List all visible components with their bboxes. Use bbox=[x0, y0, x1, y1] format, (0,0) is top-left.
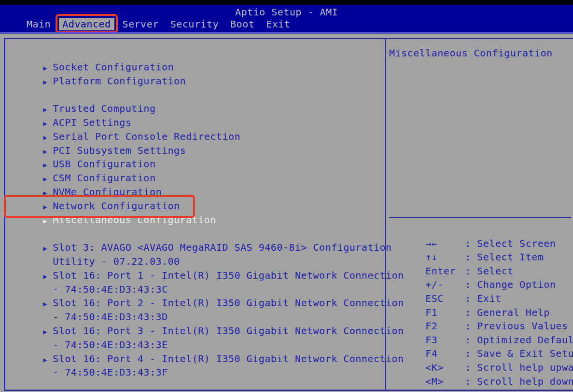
help-legend-divider bbox=[389, 217, 571, 218]
key-legend-action: : Change Option bbox=[465, 279, 556, 290]
submenu-item-row[interactable]: ▶Slot 16: Port 3 - Intel(R) I350 Gigabit… bbox=[7, 310, 381, 324]
submenu-list: ▶Socket Configuration ▶Platform Configur… bbox=[7, 46, 381, 392]
key-legend-action: : Scroll help upwards bbox=[465, 362, 573, 373]
submenu-item-row[interactable]: ▶Slot 16: Port 2 - Intel(R) I350 Gigabit… bbox=[7, 283, 381, 297]
key-legend-action: : Select Item bbox=[465, 251, 544, 263]
submenu-item-row[interactable]: ▶ACPI Settings bbox=[7, 102, 381, 116]
menu-tab-label: Security bbox=[170, 18, 219, 30]
submenu-item-row[interactable]: ▶USB Configuration bbox=[7, 144, 381, 158]
key-legend-row: →←: Select Screen bbox=[389, 223, 573, 237]
submenu-item-row[interactable]: ▶- 74:50:4E:D3:43:3C bbox=[7, 269, 381, 283]
submenu-item-row[interactable]: ▶NVMe Configuration bbox=[7, 171, 381, 185]
key-legend-action: : Scroll help downwards bbox=[465, 376, 573, 387]
key-legend-action: : Select Screen bbox=[465, 238, 556, 249]
submenu-item-row[interactable]: ▶CSM Configuration bbox=[7, 157, 381, 171]
header-accent-line bbox=[0, 32, 573, 34]
submenu-item-row[interactable]: ▶Socket Configuration bbox=[7, 46, 381, 60]
key-legend-key: ↑↓ bbox=[425, 250, 465, 264]
submenu-item-row[interactable]: ▶Driver Health bbox=[7, 379, 381, 392]
key-legend-key: Enter bbox=[425, 264, 465, 278]
key-legend-action: : Previous Values bbox=[465, 320, 568, 332]
menu-tab[interactable]: Advanced bbox=[59, 18, 114, 30]
submenu-item-row: ▶ bbox=[7, 74, 381, 88]
top-black-strip bbox=[0, 0, 573, 5]
submenu-item-row[interactable]: ▶Slot 3: AVAGO <AVAGO MegaRAID SAS 9460-… bbox=[7, 227, 381, 241]
key-legend-key: →← bbox=[425, 237, 465, 251]
submenu-item-row[interactable]: ▶- 74:50:4E:D3:43:3F bbox=[7, 352, 381, 366]
menu-tab-label: Main bbox=[27, 18, 51, 30]
key-legend-key: F1 bbox=[425, 306, 465, 320]
submenu-item-row[interactable]: ▶Utility - 07.22.03.00 bbox=[7, 241, 381, 255]
key-legend-key: <M> bbox=[425, 375, 465, 389]
key-legend-action: : Optimized Defaults bbox=[465, 334, 573, 346]
menu-tab-label: Exit bbox=[266, 18, 290, 30]
menu-bar: Main Advanced Server Security Boot Exit bbox=[23, 18, 293, 30]
key-legend-key: +/- bbox=[425, 278, 465, 292]
submenu-item-row[interactable]: ▶Platform Configuration bbox=[7, 60, 381, 74]
bios-setup-screen: Aptio Setup - AMI Main Advanced Server S… bbox=[0, 0, 573, 392]
menu-tab-label: Server bbox=[123, 18, 159, 30]
key-legend-key: <K> bbox=[425, 361, 465, 375]
key-legend-key: ESC bbox=[425, 292, 465, 306]
submenu-item-row: ▶ bbox=[7, 213, 381, 227]
key-legend-key: F3 bbox=[425, 333, 465, 347]
key-legend-action: : General Help bbox=[465, 307, 550, 318]
menu-tab[interactable]: Exit bbox=[263, 18, 293, 30]
panel-border-top bbox=[4, 38, 573, 39]
submenu-item-row[interactable]: ▶Slot 16: Port 1 - Intel(R) I350 Gigabit… bbox=[7, 255, 381, 269]
key-legend-key: F4 bbox=[425, 347, 465, 361]
menu-tab[interactable]: Server bbox=[119, 18, 162, 30]
submenu-item-row[interactable]: ▶Serial Port Console Redirection bbox=[7, 116, 381, 130]
submenu-item-row[interactable]: ▶- 74:50:4E:D3:43:3E bbox=[7, 324, 381, 338]
item-help-text: Miscellaneous Configuration bbox=[389, 46, 569, 60]
header-bar: Aptio Setup - AMI Main Advanced Server S… bbox=[0, 5, 573, 32]
submenu-item-row[interactable]: ▶PCI Subsystem Settings bbox=[7, 130, 381, 144]
submenu-item-row[interactable]: ▶- 74:50:4E:D3:43:3D bbox=[7, 296, 381, 310]
menu-tab[interactable]: Main bbox=[23, 18, 54, 30]
key-legend-action: : Exit bbox=[465, 293, 501, 304]
menu-tab[interactable]: Boot bbox=[227, 18, 258, 30]
key-legend: →←: Select Screen ↑↓: Select Item Enter:… bbox=[389, 223, 573, 375]
key-legend-action: : Save & Exit Setup bbox=[465, 348, 573, 359]
panel-vertical-divider bbox=[385, 38, 386, 391]
key-legend-key: F2 bbox=[425, 319, 465, 333]
menu-tab-label: Boot bbox=[230, 18, 254, 30]
submenu-item-row: ▶ bbox=[7, 365, 381, 379]
submenu-item-row[interactable]: ▶Miscellaneous Configuration bbox=[7, 199, 381, 213]
submenu-item-row[interactable]: ▶Slot 16: Port 4 - Intel(R) I350 Gigabit… bbox=[7, 338, 381, 352]
menu-tab[interactable]: Security bbox=[167, 18, 222, 30]
submenu-item-row[interactable]: ▶Trusted Computing bbox=[7, 88, 381, 102]
menu-tab-label: Advanced bbox=[62, 18, 111, 30]
key-legend-action: : Select bbox=[465, 265, 513, 277]
